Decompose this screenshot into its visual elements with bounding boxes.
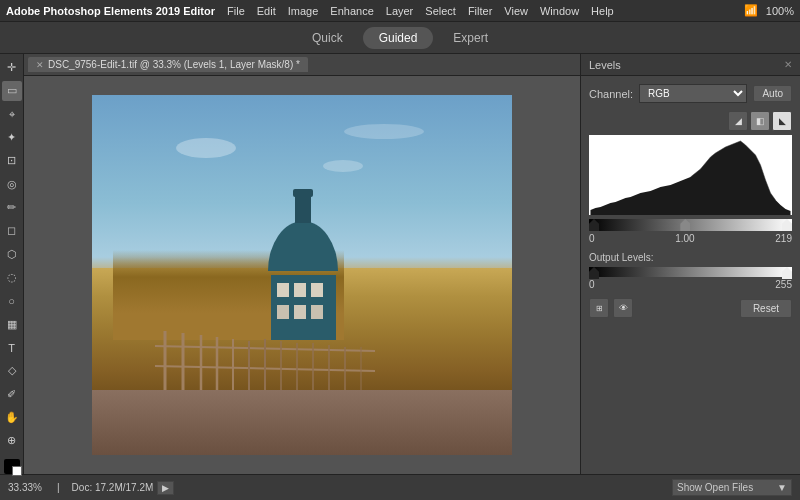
status-bar: 33.33% | Doc: 17.2M/17.2M ▶ Show Open Fi… [0,474,800,500]
menu-select[interactable]: Select [425,5,456,17]
photo-frame [92,95,512,455]
tab-guided[interactable]: Guided [363,27,434,49]
channel-select[interactable]: RGB Red Green Blue [639,84,747,103]
midtone-slider[interactable] [680,219,690,231]
menubar-right: 📶 100% [744,4,794,17]
white-point-slider[interactable] [782,219,792,231]
black-input-value[interactable]: 0 [589,233,595,244]
tool-sponge[interactable]: ○ [2,291,22,310]
wifi-icon: 📶 [744,4,758,17]
show-open-dropdown[interactable]: Show Open Files ▼ [672,479,792,496]
status-divider: | [57,482,60,493]
doc-tab-bar: ✕ DSC_9756-Edit-1.tif @ 33.3% (Levels 1,… [24,54,580,76]
tool-eyedropper[interactable]: ✐ [2,385,22,404]
panel-bottom-row: ⊞ 👁 Reset [589,298,792,318]
menu-window[interactable]: Window [540,5,579,17]
channel-label: Channel: [589,88,633,100]
white-eyedropper-icon[interactable]: ◣ [772,111,792,131]
beach-area [92,390,512,455]
menu-file[interactable]: File [227,5,245,17]
black-point-slider[interactable] [589,219,599,231]
visibility-icon[interactable]: 👁 [613,298,633,318]
gray-eyedropper-icon[interactable]: ◧ [750,111,770,131]
menu-view[interactable]: View [504,5,528,17]
doc-info-arrow[interactable]: ▶ [157,481,174,495]
output-white-value[interactable]: 255 [775,279,792,290]
tool-eraser[interactable]: ◻ [2,221,22,240]
wifi-pct: 100% [766,5,794,17]
canvas-area: ✕ DSC_9756-Edit-1.tif @ 33.3% (Levels 1,… [24,54,580,474]
building-tower [295,193,311,223]
foreground-color[interactable] [4,459,20,474]
histogram-container [589,135,792,215]
doc-tab-label: DSC_9756-Edit-1.tif @ 33.3% (Levels 1, L… [48,59,300,70]
mode-bar: Quick Guided Expert [0,22,800,54]
output-black-slider[interactable] [589,267,599,279]
app-title: Adobe Photoshop Elements 2019 Editor [6,5,215,17]
tool-blur[interactable]: ◌ [2,268,22,287]
eyedropper-tools: ◢ ◧ ◣ [589,111,792,131]
tool-shape[interactable]: ◇ [2,361,22,380]
menu-image[interactable]: Image [288,5,319,17]
panel-title: Levels [589,59,621,71]
tool-zoom[interactable]: ⊕ [2,431,22,450]
tool-magic-wand[interactable]: ✦ [2,128,22,147]
output-white-slider[interactable] [782,267,792,279]
tool-move[interactable]: ✛ [2,58,22,77]
building-roof [268,221,338,271]
panel-close-icon[interactable]: ✕ [784,59,792,70]
tool-crop[interactable]: ⊡ [2,151,22,170]
input-levels-track [589,219,792,231]
panel-titlebar: Levels ✕ [581,54,800,76]
cloud-3 [344,124,424,139]
show-open-area: Show Open Files ▼ [672,479,792,496]
menu-help[interactable]: Help [591,5,614,17]
photo-scene [92,95,512,455]
black-eyedropper-icon[interactable]: ◢ [728,111,748,131]
menu-items: File Edit Image Enhance Layer Select Fil… [227,5,614,17]
fence-svg [155,321,375,401]
auto-button[interactable]: Auto [753,85,792,102]
tool-text[interactable]: T [2,338,22,357]
output-values: 0 255 [589,279,792,290]
menu-enhance[interactable]: Enhance [330,5,373,17]
output-black-value[interactable]: 0 [589,279,595,290]
main-layout: ✛ ▭ ⌖ ✦ ⊡ ◎ ✏ ◻ ⬡ ◌ ○ ▦ T ◇ ✐ ✋ ⊕ ✕ DSC_… [0,54,800,474]
tool-brush[interactable]: ✏ [2,198,22,217]
cloud-2 [323,160,363,172]
white-input-value[interactable]: 219 [775,233,792,244]
menu-filter[interactable]: Filter [468,5,492,17]
preview-icons: ⊞ 👁 [589,298,633,318]
output-track [589,267,792,277]
channel-row: Channel: RGB Red Green Blue Auto [589,84,792,103]
doc-tab[interactable]: ✕ DSC_9756-Edit-1.tif @ 33.3% (Levels 1,… [28,57,308,72]
close-tab-icon[interactable]: ✕ [36,60,44,70]
mid-input-value[interactable]: 1.00 [675,233,694,244]
tool-lasso[interactable]: ⌖ [2,105,22,124]
show-open-label: Show Open Files [677,482,753,493]
dropdown-arrow-icon: ▼ [777,482,787,493]
tool-gradient[interactable]: ▦ [2,315,22,334]
input-values: 0 1.00 219 [589,233,792,244]
zoom-level: 33.33% [8,482,53,493]
tool-select-rect[interactable]: ▭ [2,81,22,100]
tool-hand[interactable]: ✋ [2,408,22,427]
fence-area [155,293,386,401]
tower-top [293,189,313,197]
cloud-1 [176,138,236,158]
output-label: Output Levels: [589,252,792,263]
menu-edit[interactable]: Edit [257,5,276,17]
menu-layer[interactable]: Layer [386,5,414,17]
preview-toggle-icon[interactable]: ⊞ [589,298,609,318]
reset-button[interactable]: Reset [740,299,792,318]
tool-stamp[interactable]: ⬡ [2,245,22,264]
tool-redeye[interactable]: ◎ [2,175,22,194]
histogram-svg [589,135,792,215]
tab-quick[interactable]: Quick [296,27,359,49]
levels-content: Channel: RGB Red Green Blue Auto ◢ ◧ ◣ [581,76,800,326]
left-toolbar: ✛ ▭ ⌖ ✦ ⊡ ◎ ✏ ◻ ⬡ ◌ ○ ▦ T ◇ ✐ ✋ ⊕ [0,54,24,474]
menubar: Adobe Photoshop Elements 2019 Editor Fil… [0,0,800,22]
photo-canvas [24,76,580,474]
tab-expert[interactable]: Expert [437,27,504,49]
levels-panel: Levels ✕ Channel: RGB Red Green Blue Aut… [580,54,800,474]
